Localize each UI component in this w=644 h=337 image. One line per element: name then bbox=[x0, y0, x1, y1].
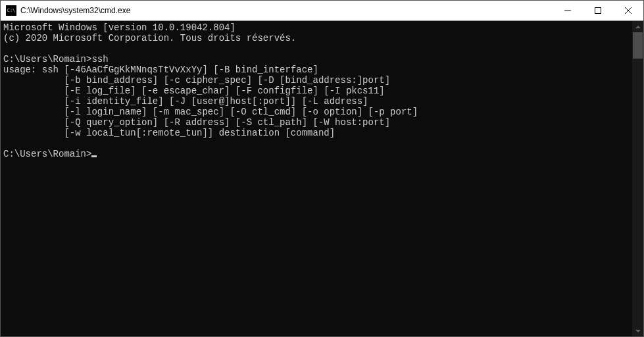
svg-marker-5 bbox=[635, 330, 641, 332]
scroll-up-icon[interactable] bbox=[632, 21, 643, 32]
maximize-button[interactable] bbox=[583, 1, 613, 20]
minimize-button[interactable] bbox=[553, 1, 583, 20]
window-controls bbox=[553, 1, 643, 20]
window-title: C:\Windows\system32\cmd.exe bbox=[20, 6, 553, 15]
line: usage: ssh [-46AaCfGgKkMNnqsTtVvXxYy] [-… bbox=[3, 65, 318, 75]
line: [-i identity_file] [-J [user@]host[:port… bbox=[3, 96, 368, 107]
line: [-l login_name] [-m mac_spec] [-O ctl_cm… bbox=[3, 107, 418, 117]
line: [-Q query_option] [-R address] [-S ctl_p… bbox=[3, 117, 390, 128]
scroll-down-icon[interactable] bbox=[632, 325, 643, 336]
line: (c) 2020 Microsoft Corporation. Tous dro… bbox=[3, 33, 296, 43]
prompt-line: C:\Users\Romain> bbox=[3, 149, 91, 159]
line: Microsoft Windows [version 10.0.19042.80… bbox=[3, 22, 235, 33]
line: [-w local_tun[:remote_tun]] destination … bbox=[3, 128, 335, 138]
line: C:\Users\Romain>ssh bbox=[3, 54, 109, 65]
svg-marker-4 bbox=[635, 26, 641, 28]
line: [-E log_file] [-e escape_char] [-F confi… bbox=[3, 86, 385, 96]
cmd-icon: C:\ bbox=[6, 5, 16, 16]
line: [-b bind_address] [-c cipher_spec] [-D [… bbox=[3, 75, 390, 86]
scroll-thumb[interactable] bbox=[633, 32, 643, 59]
cursor bbox=[91, 155, 97, 157]
vertical-scrollbar[interactable] bbox=[632, 21, 643, 336]
svg-rect-1 bbox=[595, 8, 601, 14]
close-button[interactable] bbox=[613, 1, 643, 20]
terminal-output[interactable]: Microsoft Windows [version 10.0.19042.80… bbox=[1, 21, 632, 336]
window-titlebar[interactable]: C:\ C:\Windows\system32\cmd.exe bbox=[1, 1, 643, 21]
terminal-area: Microsoft Windows [version 10.0.19042.80… bbox=[1, 21, 643, 336]
